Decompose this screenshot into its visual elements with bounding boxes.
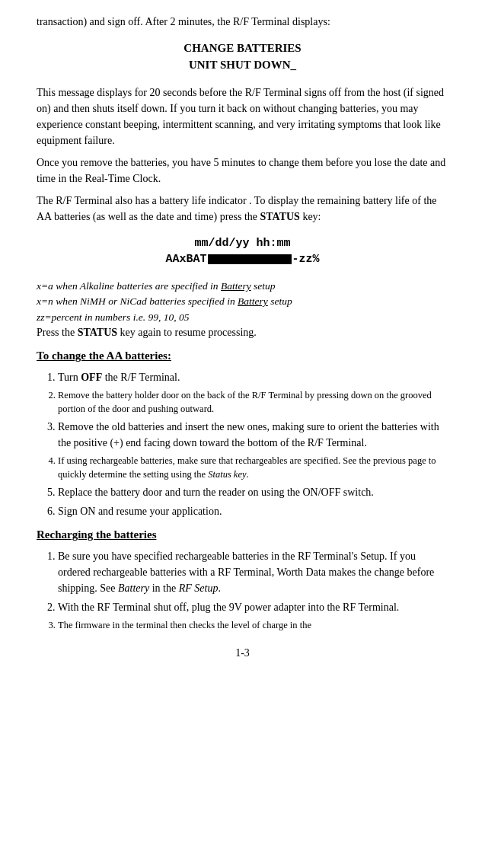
indicator-text: The R/F Terminal also has a battery life… [37, 193, 448, 225]
rf-setup-ref: RF Setup [179, 582, 219, 594]
list-item: Be sure you have specified rechargeable … [58, 548, 448, 596]
display-line1: mm/dd/yy hh:mm [37, 235, 448, 252]
recharging-steps: Be sure you have specified rechargeable … [58, 548, 448, 632]
press-status-suffix: key again to resume processing. [117, 327, 257, 338]
display-block: mm/dd/yy hh:mm AAxBAT-zz% [37, 235, 448, 269]
list-item: Sign ON and resume your application. [58, 503, 448, 519]
change-aa-steps: Turn OFF the R/F Terminal. Remove the ba… [58, 369, 448, 520]
display-suffix: -zz% [292, 253, 320, 266]
intro-text: transaction) and sign off. After 2 minut… [37, 14, 448, 30]
message-display-text: This message displays for 20 seconds bef… [37, 85, 448, 148]
recharging-heading: Recharging the batteries [37, 527, 448, 544]
display-line2: AAxBAT-zz% [37, 251, 448, 268]
list-item: Remove the old batteries and insert the … [58, 419, 448, 451]
remove-text: Once you remove the batteries, you have … [37, 155, 448, 187]
change-batteries-block: CHANGE BATTERIES UNIT SHUT DOWN_ [37, 40, 448, 74]
battery-ref: Battery [118, 582, 149, 594]
list-item: The firmware in the terminal then checks… [58, 618, 448, 632]
alkaline-line: x=a when Alkaline batteries are specifie… [37, 279, 448, 294]
list-item: Replace the battery door and turn the re… [58, 484, 448, 500]
list-item: Remove the battery holder door on the ba… [58, 388, 448, 416]
list-item: With the RF Terminal shut off, plug the … [58, 599, 448, 615]
off-label: OFF [81, 372, 102, 383]
battery-link-alkaline: Battery [221, 280, 251, 292]
battery-link-nimh: Battery [238, 295, 268, 307]
indicator-text-prefix: The R/F Terminal also has a battery life… [37, 195, 437, 222]
change-aa-heading: To change the AA batteries: [37, 348, 448, 365]
page-number: 1-3 [37, 646, 448, 661]
list-item: Turn OFF the R/F Terminal. [58, 369, 448, 385]
list-item: If using rechargeable batteries, make su… [58, 454, 448, 481]
press-status-key: STATUS [78, 327, 117, 338]
press-status-prefix: Press the [37, 327, 78, 338]
zz-line: zz=percent in numbers i.e. 99, 10, 05 [37, 310, 448, 325]
press-status-line: Press the STATUS key again to resume pro… [37, 325, 448, 340]
black-blocks-icon [208, 254, 292, 264]
status-key-suffix: key: [300, 211, 321, 222]
change-batteries-line1: CHANGE BATTERIES [183, 42, 301, 54]
status-key-inline: STATUS [260, 211, 300, 222]
display-prefix: AAxBAT [165, 253, 206, 266]
nimh-line: x=n when NiMH or NiCad batteries specifi… [37, 294, 448, 309]
change-batteries-line2: UNIT SHUT DOWN_ [189, 59, 296, 71]
